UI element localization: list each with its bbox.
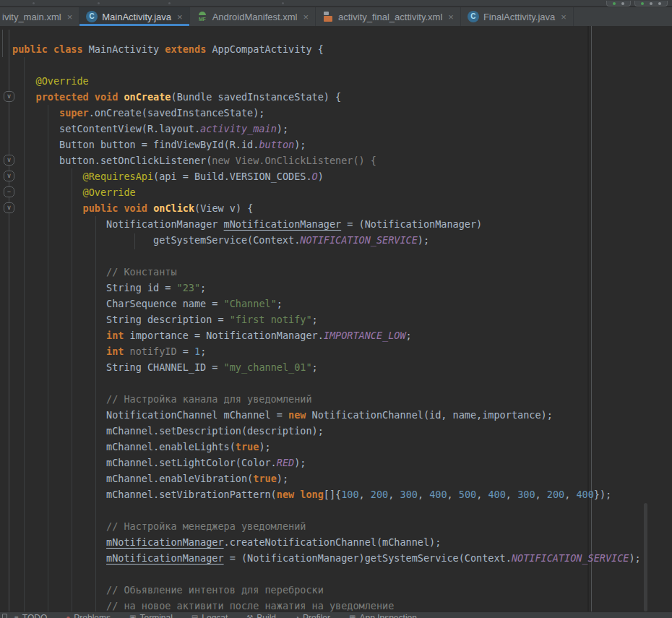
layout-xml-icon (322, 11, 334, 22)
toolwindow-label: Terminal (139, 614, 172, 618)
code-line: mChannel.enableVibration(true); (0, 471, 672, 486)
code-line: // Обьявление интентов для переброски (0, 582, 672, 598)
tab-label: ivity_main.xml (2, 12, 61, 22)
tab-activity_final_acttivity.xml[interactable]: activity_final_acttivity.xml× (316, 7, 461, 26)
code-line: mChannel.setVibrationPattern(new long[]{… (0, 486, 672, 502)
tab-label: FinalActtivity.java (483, 12, 555, 22)
code-line (0, 248, 672, 264)
build-icon: ⚒ (246, 614, 253, 618)
java-class-icon: C (86, 11, 98, 22)
toolbar-icon (98, 2, 100, 4)
code-line: mChannel.setDescription(description); (0, 423, 672, 439)
code-line: Button button = findViewById(R.id.button… (0, 137, 672, 153)
close-icon[interactable]: × (561, 12, 567, 22)
toolbar-strip (0, 0, 672, 7)
toolwindow-label: App Inspection (360, 614, 417, 618)
tab-FinalActtivity.java[interactable]: CFinalActtivity.java× (461, 7, 574, 26)
toolwindow-label: Problems (74, 614, 111, 618)
code-line (0, 375, 672, 391)
code-line: @Override (0, 184, 672, 200)
fold-toggle-icon[interactable]: ∨ (4, 91, 14, 102)
code-line: protected void onCreate(Bundle savedInst… (0, 89, 672, 105)
fold-toggle-icon[interactable]: ∨ (4, 155, 14, 166)
code-line: // Константы (0, 264, 672, 280)
toolwindow-button-profiler[interactable]: ◔Profiler (295, 614, 330, 618)
todo-icon: ≡ (14, 614, 19, 618)
tool-window-bar: ≡TODO●Problems▣Terminal▤Logcat⚒Build◔Pro… (0, 611, 672, 618)
code-line: CharSequence name = "Channel"; (0, 296, 672, 312)
code-line: // Настройка канала для уведомлений (0, 391, 672, 407)
manifest-icon: MF (197, 11, 208, 22)
code-line: mChannel.enableLights(true); (0, 439, 672, 455)
code-line (0, 502, 672, 518)
code-line: // на новое активити после нажатия на ув… (0, 598, 672, 611)
profiler-icon: ◔ (295, 614, 299, 618)
tab-label: AndroidManifest.xml (212, 12, 298, 22)
code-line: setContentView(R.layout.activity_main); (0, 121, 672, 137)
debug-controls-group[interactable] (634, 1, 668, 7)
toolwindow-button-terminal[interactable]: ▣Terminal (129, 614, 173, 618)
code-line: String description = "first notify"; (0, 312, 672, 327)
window-icon (2, 614, 7, 618)
toolwindow-button-problems[interactable]: ●Problems (66, 614, 111, 618)
code-line: @RequiresApi(api = Build.VERSION_CODES.O… (0, 168, 672, 184)
close-icon[interactable]: × (67, 12, 73, 22)
toolwindow-button-build[interactable]: ⚒Build (246, 614, 276, 618)
code-line: public void onClick(View v) { (0, 200, 672, 216)
code-line (0, 566, 672, 582)
fold-toggle-icon[interactable]: ∨ (4, 171, 14, 181)
toolwindow-label: TODO (22, 614, 47, 618)
fold-toggle-icon[interactable]: ∨ (4, 202, 14, 213)
close-icon[interactable]: × (177, 12, 183, 22)
code-line: mNotificationManager.createNotificationC… (0, 534, 672, 550)
problems-icon: ● (66, 614, 70, 618)
toolwindow-label: Profiler (303, 614, 330, 618)
profile-icon[interactable] (658, 2, 661, 5)
stop-icon[interactable] (650, 2, 652, 5)
code-line: mChannel.setLightColor(Color.RED); (0, 455, 672, 471)
editor-tab-bar: ivity_main.xml×CMainActivity.java×MFAndr… (0, 7, 672, 26)
code-line (0, 57, 672, 73)
toolbar-icon (282, 2, 284, 4)
logcat-icon: ▤ (191, 614, 198, 618)
terminal-icon: ▣ (129, 614, 136, 618)
code-line: button.setOnClickListener(new View.OnCli… (0, 153, 672, 168)
tab-MainActivity.java[interactable]: CMainActivity.java× (79, 7, 189, 26)
toolwindow-button-app-inspection[interactable]: ▦App Inspection (349, 614, 417, 618)
close-icon[interactable]: × (448, 12, 454, 22)
code-line: String id = "23"; (0, 280, 672, 296)
code-line: super.onCreate(savedInstanceState); (0, 105, 672, 121)
toolbar-icon (168, 2, 171, 4)
code-line: NotificationChannel mChannel = new Notif… (0, 407, 672, 423)
toolwindow-label: Build (257, 614, 276, 618)
toolwindow-label: Logcat (202, 614, 228, 618)
toolwindow-button-todo[interactable]: ≡TODO (14, 614, 47, 618)
code-line: mNotificationManager = (NotificationMana… (0, 550, 672, 566)
tab-AndroidManifest.xml[interactable]: MFAndroidManifest.xml× (190, 7, 316, 26)
close-icon[interactable]: × (303, 12, 309, 22)
code-text[interactable]: public class MainActivity extends AppCom… (0, 41, 672, 611)
code-line: getSystemService(Context.NOTIFICATION_SE… (0, 232, 672, 248)
code-line: public class MainActivity extends AppCom… (0, 41, 672, 57)
tab-ivity_main.xml[interactable]: ivity_main.xml× (0, 7, 79, 26)
code-line: NotificationManager mNotificationManager… (0, 216, 672, 232)
fold-toggle-icon[interactable]: − (4, 186, 14, 197)
toolbar-icon (33, 2, 35, 4)
app-inspection-icon: ▦ (349, 614, 356, 618)
code-line: int notifyID = 1; (0, 343, 672, 359)
code-editor[interactable]: public class MainActivity extends AppCom… (0, 26, 672, 611)
code-line: String CHANNEL_ID = "my_channel_01"; (0, 359, 672, 375)
code-line: @Override (0, 73, 672, 89)
run-configuration-group[interactable] (606, 1, 631, 7)
java-class-icon: C (468, 11, 479, 22)
toolwindow-button-logcat[interactable]: ▤Logcat (191, 614, 228, 618)
tab-label: activity_final_acttivity.xml (338, 12, 442, 22)
run-controls (606, 1, 668, 7)
debug-run-icon[interactable] (641, 2, 644, 5)
device-icon[interactable] (621, 2, 624, 5)
tab-label: MainActivity.java (102, 12, 171, 22)
run-icon[interactable] (613, 2, 616, 5)
android-studio-window: ivity_main.xml×CMainActivity.java×MFAndr… (0, 0, 672, 618)
code-line: int importance = NotificationManager.IMP… (0, 327, 672, 343)
code-line: // Настройка менеджера уведомлений (0, 518, 672, 534)
